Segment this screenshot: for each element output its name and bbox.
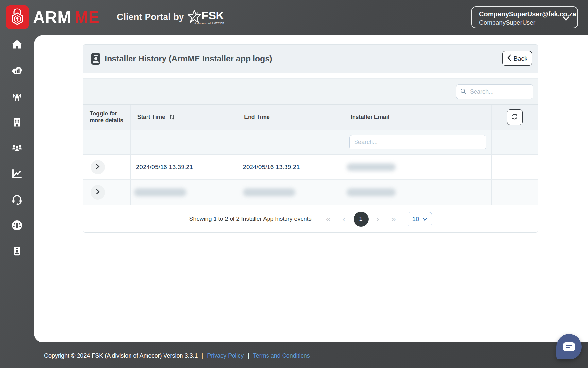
- column-header-start-time[interactable]: Start Time: [131, 105, 238, 130]
- installer-email-filter-input[interactable]: [349, 135, 486, 149]
- refresh-cell: [492, 105, 538, 130]
- column-header-installer-email: Installer Email: [344, 105, 492, 130]
- last-page-button[interactable]: »: [389, 215, 399, 223]
- sort-icon: [168, 114, 176, 121]
- home-icon: [11, 39, 23, 51]
- installer-history-card: Installer History (ArmME Installer app l…: [83, 44, 538, 233]
- page-size-select[interactable]: 10: [408, 212, 432, 226]
- redacted-end-time: [243, 188, 295, 196]
- armme-logo: [6, 5, 29, 29]
- search-icon: [460, 88, 467, 96]
- fsk-logo: FSK A division of AMECOR: [187, 9, 226, 27]
- user-email: CompanySuperUser@fsk.co.za: [479, 10, 558, 18]
- back-button[interactable]: Back: [502, 51, 532, 66]
- redacted-installer-email: [347, 163, 396, 171]
- table-header-row: Toggle for more details Start Time End T…: [83, 104, 538, 130]
- table-filter-row: [83, 130, 538, 155]
- table-row: [83, 180, 538, 205]
- copyright-text: Copyright © 2024 FSK (A division of Amec…: [44, 352, 198, 359]
- pagination-summary: Showing 1 to 2 of 2 Installer App histor…: [189, 216, 311, 222]
- sidebar-item-building[interactable]: [10, 116, 24, 129]
- page-title: Installer History (ArmME Installer app l…: [105, 54, 272, 63]
- sidebar-item-status[interactable]: [10, 219, 24, 232]
- cloud-stats-icon: [11, 64, 23, 77]
- sidebar-item-home[interactable]: [10, 38, 24, 51]
- gauge-icon: [11, 219, 23, 232]
- user-name: CompanySuperUser: [479, 18, 558, 26]
- brand-wordmark: ARMME: [33, 8, 100, 27]
- redacted-installer-email: [347, 188, 396, 196]
- user-menu[interactable]: CompanySuperUser@fsk.co.za CompanySuperU…: [471, 6, 578, 28]
- chat-widget-button[interactable]: [556, 334, 582, 359]
- first-page-button[interactable]: «: [323, 215, 333, 223]
- sidebar-item-users[interactable]: [10, 142, 24, 155]
- chart-line-icon: [11, 168, 23, 181]
- chevron-down-icon: [422, 216, 427, 223]
- chevron-left-icon: [507, 54, 511, 62]
- refresh-icon: [511, 113, 519, 122]
- card-header: Installer History (ArmME Installer app l…: [83, 45, 538, 73]
- sidebar-item-reports[interactable]: [10, 167, 24, 181]
- building-icon: [11, 116, 23, 129]
- start-time-link[interactable]: 2024/05/16 13:39:21: [136, 164, 193, 171]
- table-row: 2024/05/16 13:39:21 2024/05/16 13:39:21: [83, 155, 538, 180]
- pagination-controls: « ‹ 1 › » 10: [323, 212, 432, 227]
- footer: Copyright © 2024 FSK (A division of Amec…: [44, 352, 310, 359]
- chevron-right-icon: [94, 188, 101, 196]
- portal-title: Client Portal by: [117, 12, 184, 22]
- global-search: [456, 84, 533, 99]
- privacy-policy-link[interactable]: Privacy Policy: [207, 352, 244, 359]
- chat-icon: [563, 342, 575, 351]
- sidebar-item-broadcast[interactable]: A: [10, 90, 24, 103]
- table-toolbar: [83, 79, 538, 104]
- headset-icon: [11, 194, 23, 206]
- next-page-button[interactable]: ›: [373, 215, 383, 223]
- refresh-button[interactable]: [507, 109, 523, 125]
- sidebar-item-cloud-stats[interactable]: [10, 64, 24, 77]
- sidebar-item-installer-history[interactable]: [10, 245, 24, 258]
- chevron-right-icon: [94, 163, 101, 171]
- sidebar-item-support[interactable]: [10, 193, 24, 206]
- column-header-end-time: End Time: [237, 105, 344, 130]
- terms-and-conditions-link[interactable]: Terms and Conditions: [253, 352, 310, 359]
- main-content: Installer History (ArmME Installer app l…: [34, 35, 588, 342]
- lock-icon: [10, 8, 25, 27]
- id-badge-icon: [12, 245, 22, 258]
- sidebar: A: [0, 35, 34, 368]
- users-icon: [10, 142, 24, 155]
- row-expand-button[interactable]: [91, 160, 105, 174]
- column-header-toggle: Toggle for more details: [83, 105, 131, 130]
- current-page-button[interactable]: 1: [354, 212, 369, 227]
- id-badge-icon: [91, 53, 100, 65]
- end-time-link[interactable]: 2024/05/16 13:39:21: [243, 164, 300, 171]
- header-divider-strip: [83, 73, 538, 79]
- redacted-start-time: [134, 188, 186, 196]
- chevron-down-icon: [562, 15, 570, 23]
- pagination-bar: Showing 1 to 2 of 2 Installer App histor…: [83, 205, 538, 233]
- row-expand-button[interactable]: [91, 185, 105, 200]
- broadcast-tower-icon: A: [11, 90, 23, 103]
- search-input[interactable]: [470, 88, 538, 95]
- previous-page-button[interactable]: ‹: [339, 215, 349, 223]
- top-bar: ARMME Client Portal by FSK A division of…: [0, 0, 588, 35]
